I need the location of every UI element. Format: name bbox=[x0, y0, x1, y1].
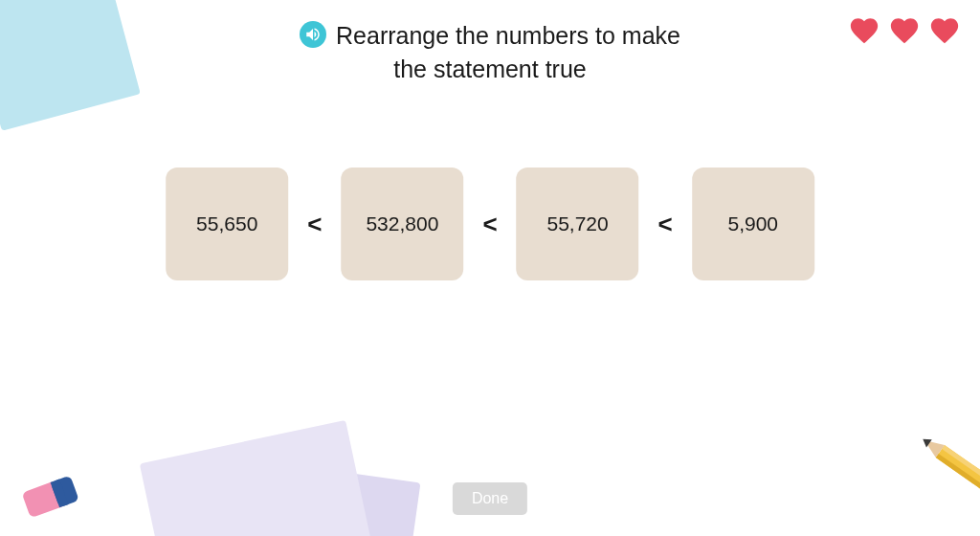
number-tile[interactable]: 55,720 bbox=[517, 168, 639, 280]
number-tile[interactable]: 55,650 bbox=[166, 168, 288, 280]
heart-icon bbox=[888, 14, 921, 45]
less-than-symbol: < bbox=[305, 210, 323, 239]
instruction-text: Rearrange the numbers to make the statem… bbox=[251, 19, 729, 86]
less-than-symbol: < bbox=[657, 210, 675, 239]
blue-paper-decoration bbox=[0, 0, 141, 131]
less-than-symbol: < bbox=[480, 210, 499, 239]
tiles-row: 55,650 < 532,800 < 55,720 < 5,900 bbox=[166, 168, 814, 280]
pencil-icon bbox=[907, 420, 980, 502]
audio-icon[interactable] bbox=[300, 21, 326, 48]
done-button[interactable]: Done bbox=[453, 482, 527, 515]
heart-icon bbox=[928, 14, 961, 45]
number-tile[interactable]: 532,800 bbox=[341, 168, 463, 280]
number-tile[interactable]: 5,900 bbox=[692, 168, 814, 280]
purple-paper-decoration-front bbox=[140, 420, 377, 536]
hearts-container bbox=[848, 14, 961, 45]
heart-icon bbox=[848, 14, 880, 45]
instruction-line1: Rearrange the numbers to make bbox=[336, 22, 680, 49]
eraser-icon bbox=[14, 469, 86, 522]
instruction-line2: the statement true bbox=[393, 56, 587, 82]
